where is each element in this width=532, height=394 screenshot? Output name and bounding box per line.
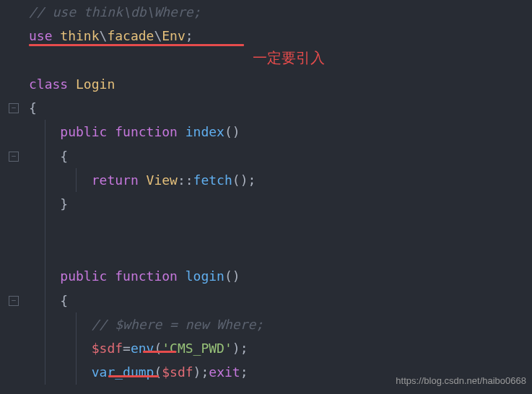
indent-guide <box>45 216 45 240</box>
fold-icon[interactable]: − <box>9 296 19 306</box>
code-line: } <box>9 192 532 216</box>
code-token: login <box>186 268 224 284</box>
code-token: $sdf <box>92 341 123 356</box>
code-token: env <box>131 341 154 356</box>
indent-guide <box>45 360 45 384</box>
code-token <box>29 172 92 188</box>
code-line: − { <box>9 289 532 312</box>
annotation-underline <box>108 375 159 377</box>
code-token: think <box>60 28 99 43</box>
code-token: class <box>29 76 76 92</box>
indent-guide <box>76 168 77 192</box>
indent-guide <box>45 192 45 216</box>
code-line <box>9 240 532 264</box>
code-token: function <box>115 268 186 284</box>
code-token: \ <box>100 28 108 43</box>
code-token: // use think\db\Where; <box>29 4 201 19</box>
code-token: ( <box>154 341 162 356</box>
indent-guide <box>76 336 77 360</box>
code-line: // use think\db\Where; <box>9 0 532 24</box>
code-line <box>9 216 532 240</box>
code-token: function <box>115 124 186 139</box>
code-line: // $where = new Where; <box>9 312 532 336</box>
fold-icon[interactable]: − <box>9 152 19 162</box>
watermark: https://blog.csdn.net/haibo0668 <box>396 372 526 390</box>
code-token: Login <box>76 76 115 92</box>
code-token <box>29 364 92 380</box>
code-token: = <box>123 341 131 356</box>
code-token: (); <box>232 172 256 188</box>
code-token: fetch <box>193 172 232 188</box>
code-line: −{ <box>9 96 532 120</box>
indent-guide <box>45 120 45 144</box>
code-line: − { <box>9 144 532 168</box>
indent-guide <box>45 168 45 192</box>
code-token: return <box>92 172 147 188</box>
indent-guide <box>76 312 77 336</box>
code-token: { <box>29 100 37 115</box>
code-token: } <box>29 196 68 211</box>
code-token: ; <box>240 364 248 380</box>
code-token: :: <box>178 172 193 188</box>
code-token: exit <box>209 364 240 380</box>
code-token: Env <box>162 28 186 43</box>
indent-guide <box>45 240 45 264</box>
code-token: ); <box>193 364 209 380</box>
code-token: { <box>29 149 68 164</box>
indent-guide <box>76 360 77 384</box>
code-token: public <box>60 124 115 139</box>
annotation-underline <box>29 44 244 46</box>
indent-guide <box>45 289 45 312</box>
code-token <box>29 341 92 356</box>
annotation-underline <box>143 351 176 353</box>
code-token: () <box>224 124 240 139</box>
indent-guide <box>45 144 45 168</box>
code-line: public function login() <box>9 264 532 288</box>
code-token: facade <box>107 28 154 43</box>
code-token: \ <box>154 28 162 43</box>
code-token: ( <box>154 364 162 380</box>
code-token: // $where = new Where; <box>92 317 263 332</box>
code-token: $sdf <box>162 364 193 380</box>
indent-guide <box>45 264 45 288</box>
code-token: { <box>29 293 68 308</box>
code-token: public <box>60 268 115 284</box>
code-line: class Login <box>9 72 532 96</box>
code-line: return View::fetch(); <box>9 168 532 192</box>
code-token <box>29 317 92 332</box>
code-token: ; <box>186 28 193 43</box>
fold-icon[interactable]: − <box>9 103 19 113</box>
indent-guide <box>45 336 45 360</box>
code-token: () <box>224 268 240 284</box>
code-token: 'CMS_PWD' <box>162 341 232 356</box>
indent-guide <box>45 312 45 336</box>
code-token: use <box>29 28 60 43</box>
code-token: View <box>147 172 178 188</box>
annotation-note: 一定要引入 <box>253 45 325 71</box>
code-token: ); <box>232 341 248 356</box>
code-line: public function index() <box>9 120 532 144</box>
code-line: $sdf=env('CMS_PWD'); <box>9 336 532 360</box>
code-token: var_dump <box>92 364 154 380</box>
code-token: index <box>186 124 224 139</box>
